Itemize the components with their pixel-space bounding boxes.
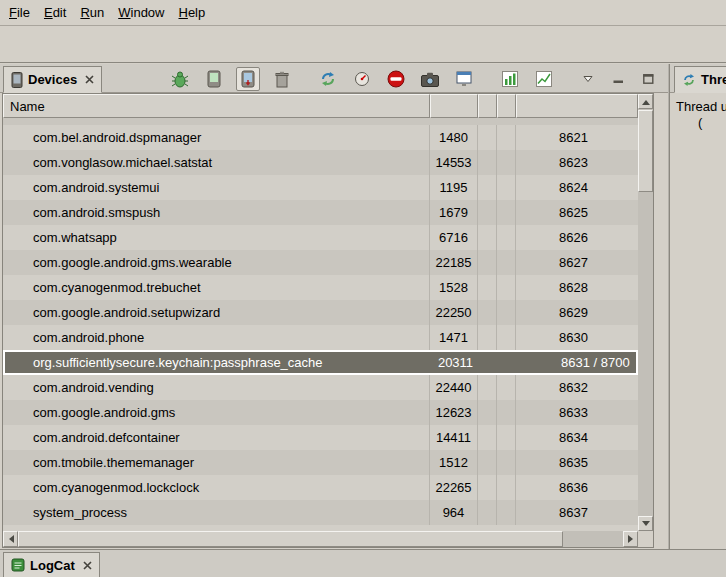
ddms-window: FileEditRunWindowHelp Devices xyxy=(0,0,726,577)
scroll-left-button[interactable] xyxy=(3,531,18,547)
table-row[interactable]: com.android.phone 1471 8630 xyxy=(3,325,638,350)
cell-port: 8637 xyxy=(516,500,638,525)
cell-port: 8624 xyxy=(516,175,638,200)
devices-tabstrip: Devices xyxy=(0,64,668,93)
cell-name: com.cyanogenmod.lockclock xyxy=(3,475,430,500)
table-row[interactable]: com.whatsapp 6716 8626 xyxy=(3,225,638,250)
table-row[interactable]: com.tmobile.thememanager 1512 8635 xyxy=(3,450,638,475)
view-menu-icon[interactable] xyxy=(578,69,598,89)
cell-heap-indicator xyxy=(478,500,497,525)
partial-row xyxy=(3,118,638,125)
cell-pid: 22250 xyxy=(430,300,478,325)
cell-port: 8634 xyxy=(516,425,638,450)
dump-hprof-icon[interactable] xyxy=(236,67,260,91)
threads-icon xyxy=(682,73,696,87)
update-heap-icon[interactable] xyxy=(202,67,226,91)
close-icon[interactable] xyxy=(85,75,94,84)
threads-tabstrip: Threa xyxy=(670,64,726,93)
table-row[interactable]: com.google.android.gms 12623 8633 xyxy=(3,400,638,425)
cell-heap-indicator xyxy=(478,300,497,325)
close-icon[interactable] xyxy=(83,561,92,570)
cell-port: 8631 / 8700 xyxy=(518,352,636,373)
menu-window[interactable]: Window xyxy=(111,2,171,23)
scroll-down-button[interactable] xyxy=(638,516,653,531)
method-profiling-icon[interactable] xyxy=(350,67,374,91)
device-table-body: com.bel.android.dspmanager 1480 8621 com… xyxy=(3,118,638,531)
table-row[interactable]: com.cyanogenmod.lockclock 22265 8636 xyxy=(3,475,638,500)
cell-name: com.whatsapp xyxy=(3,225,430,250)
heap-updates-icon[interactable] xyxy=(498,67,522,91)
menu-file[interactable]: File xyxy=(2,2,37,23)
column-header-thread[interactable] xyxy=(497,94,516,118)
network-stats-icon[interactable] xyxy=(532,67,556,91)
maximize-icon[interactable] xyxy=(638,69,658,89)
cell-name: com.tmobile.thememanager xyxy=(3,450,430,475)
column-header-heap[interactable] xyxy=(478,94,497,118)
scroll-up-button[interactable] xyxy=(638,94,653,109)
device-icon xyxy=(11,72,23,88)
menu-help[interactable]: Help xyxy=(171,2,212,23)
threads-pane: Threa Thread up ( xyxy=(669,64,726,549)
cell-thread-indicator xyxy=(497,475,516,500)
cell-pid: 1480 xyxy=(430,125,478,150)
main-toolbar xyxy=(0,27,726,63)
cell-name: system_process xyxy=(3,500,430,525)
horizontal-scrollbar-thumb[interactable] xyxy=(18,531,563,547)
menu-edit[interactable]: Edit xyxy=(37,2,73,23)
cell-heap-indicator xyxy=(478,475,497,500)
table-row[interactable]: com.android.defcontainer 14411 8634 xyxy=(3,425,638,450)
tab-logcat-label: LogCat xyxy=(30,558,75,573)
cell-port: 8627 xyxy=(516,250,638,275)
column-header-pid[interactable] xyxy=(430,94,478,118)
cell-heap-indicator xyxy=(480,352,499,373)
table-row[interactable]: com.google.android.gms.wearable 22185 86… xyxy=(3,250,638,275)
tab-threads[interactable]: Threa xyxy=(674,66,726,93)
cell-name: com.cyanogenmod.trebuchet xyxy=(3,275,430,300)
cell-thread-indicator xyxy=(497,300,516,325)
minimize-icon[interactable] xyxy=(608,69,628,89)
table-row[interactable]: com.android.smspush 1679 8625 xyxy=(3,200,638,225)
scroll-right-button[interactable] xyxy=(623,531,638,547)
menu-run[interactable]: Run xyxy=(73,2,111,23)
cell-name: com.google.android.gms xyxy=(3,400,430,425)
table-row[interactable]: com.bel.android.dspmanager 1480 8621 xyxy=(3,125,638,150)
table-row[interactable]: org.sufficientlysecure.keychain:passphra… xyxy=(3,350,638,375)
cell-pid: 22440 xyxy=(430,375,478,400)
vertical-scrollbar-thumb[interactable] xyxy=(638,110,653,192)
debug-process-icon[interactable] xyxy=(168,67,192,91)
scrollbar-corner xyxy=(638,531,653,547)
cell-name: com.vonglasow.michael.satstat xyxy=(3,150,430,175)
tab-devices[interactable]: Devices xyxy=(3,66,102,93)
devices-toolbar xyxy=(168,67,658,91)
cell-name: com.google.android.gms.wearable xyxy=(3,250,430,275)
column-header-port[interactable] xyxy=(516,94,638,118)
screen-capture-icon[interactable] xyxy=(418,67,442,91)
update-threads-icon[interactable] xyxy=(316,67,340,91)
column-header-name[interactable]: Name xyxy=(3,94,430,118)
cell-pid: 1195 xyxy=(430,175,478,200)
cell-heap-indicator xyxy=(478,200,497,225)
cell-thread-indicator xyxy=(497,375,516,400)
table-row[interactable]: com.android.vending 22440 8632 xyxy=(3,375,638,400)
stop-process-icon[interactable] xyxy=(384,67,408,91)
table-row[interactable]: com.vonglasow.michael.satstat 14553 8623 xyxy=(3,150,638,175)
table-row[interactable]: com.android.systemui 1195 8624 xyxy=(3,175,638,200)
cell-pid: 1471 xyxy=(430,325,478,350)
system-info-icon[interactable] xyxy=(452,67,476,91)
table-row[interactable]: system_process 964 8637 xyxy=(3,500,638,525)
cell-port: 8621 xyxy=(516,125,638,150)
cell-thread-indicator xyxy=(497,325,516,350)
table-row[interactable]: com.google.android.setupwizard 22250 862… xyxy=(3,300,638,325)
cell-heap-indicator xyxy=(478,225,497,250)
cause-gc-icon[interactable] xyxy=(270,67,294,91)
cell-port: 8629 xyxy=(516,300,638,325)
threads-message-line1: Thread up xyxy=(676,99,726,114)
cell-pid: 22185 xyxy=(430,250,478,275)
table-row[interactable]: com.cyanogenmod.trebuchet 1528 8628 xyxy=(3,275,638,300)
cell-port: 8633 xyxy=(516,400,638,425)
tab-logcat[interactable]: LogCat xyxy=(3,552,100,577)
vertical-scrollbar[interactable] xyxy=(638,94,653,531)
cell-port: 8628 xyxy=(516,275,638,300)
cell-thread-indicator xyxy=(497,400,516,425)
horizontal-scrollbar[interactable] xyxy=(3,531,638,547)
